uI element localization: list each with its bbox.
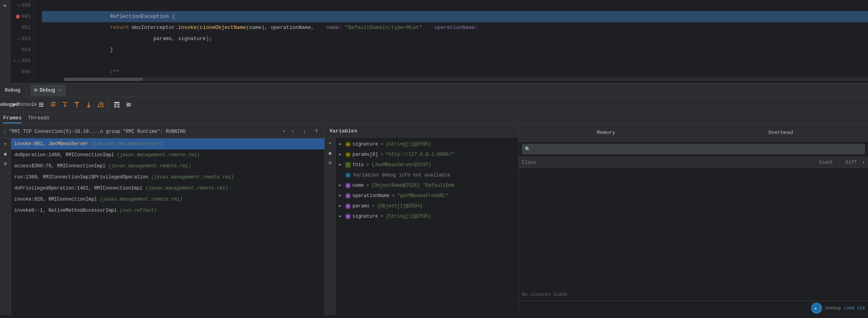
line-801: 801 (13, 11, 30, 22)
run-to-cursor-btn[interactable] (83, 99, 94, 110)
var-name-5: params (352, 201, 369, 211)
frame-item-1[interactable]: doOperation:1468, RMIConnectionImpl (jav… (11, 149, 324, 161)
evaluate-icon (97, 101, 104, 108)
frame-loc-5: invoke:829, RMIConnectionImpl (14, 197, 100, 202)
col-diff: Diff (833, 160, 857, 165)
horizontal-scrollbar[interactable] (64, 78, 868, 81)
var-eq-4: = (392, 191, 395, 201)
frame-class-4: (javax.management.remote.rmi) (145, 186, 228, 191)
var-item-signature2[interactable]: ▶ p signature = {String[1]@2595} (336, 211, 518, 222)
console-btn[interactable]: ▶ Console (19, 99, 30, 110)
var-item-params[interactable]: ▶ p params = {Object[1]@2594} (336, 201, 518, 211)
frame-item-5[interactable]: invoke:829, RMIConnectionImpl (javax.man… (11, 194, 324, 205)
code-line-800: ReflectionException { (42, 0, 868, 11)
side-icon-1[interactable]: ≡ (1, 2, 10, 10)
expand-signature[interactable]: ▶ (339, 139, 344, 149)
var-gutter-add[interactable]: + (326, 139, 335, 148)
frame-class-2: (javax.management.remote.rmi) (108, 163, 191, 169)
thread-selector[interactable]: ✓ "RMI TCP Connection(5)-10.10....n grou… (0, 125, 324, 138)
gutter-add-btn[interactable]: + (1, 140, 10, 149)
svg-point-28 (127, 102, 128, 104)
memory-tab-memory[interactable]: Memory (519, 125, 693, 141)
thread-dropdown-arrow[interactable]: ▾ (283, 128, 286, 134)
frame-item-4[interactable]: doPrivilegedOperation:1401, RMIConnectio… (11, 183, 324, 194)
frame-item-3[interactable]: run:1309, RMIConnectionImpl$PrivilegedOp… (11, 172, 324, 183)
step-over-btn[interactable] (48, 99, 59, 110)
svg-marker-7 (64, 105, 66, 107)
frame-loc-3: run:1309, RMIConnectionImpl$PrivilegedOp… (14, 174, 151, 180)
var-name-0: signature (352, 139, 378, 149)
svg-rect-9 (66, 102, 67, 103)
thread-filter-btn[interactable]: ⊤ (312, 127, 321, 136)
scrollbar-thumb[interactable] (64, 78, 143, 81)
evaluate-btn[interactable] (95, 99, 106, 110)
load-cla-link[interactable]: Load cla (844, 306, 865, 310)
var-item-name[interactable]: ▶ p name = {ObjectName@2526} "DefaultDom (336, 180, 518, 191)
debug-tab-debug[interactable]: ⊡ Debug ✕ (30, 85, 66, 96)
expand-name[interactable]: ▶ (339, 180, 344, 191)
frames-gutter: + ◉ ◎ (0, 138, 11, 315)
step-out-btn[interactable] (71, 99, 82, 110)
svg-rect-4 (51, 104, 55, 105)
step-into-btn[interactable] (59, 99, 70, 110)
frames-list-btn[interactable] (36, 99, 47, 110)
info-icon: i (345, 172, 351, 178)
var-name-1: params[0] (352, 149, 378, 160)
memory-search-area: 🔍 (519, 142, 868, 157)
var-value-0: {String[1]@2595} (386, 139, 431, 149)
var-eq-5: = (372, 201, 375, 211)
frame-item-6[interactable]: invoke0:-1, NativeMethodAccessorImpl (su… (11, 205, 324, 216)
toolbar-sep-3 (108, 101, 109, 109)
code-line-805: /** (42, 56, 868, 67)
line-803: ◇ 803 (13, 33, 30, 44)
gutter-eye-btn[interactable]: ◉ (1, 149, 10, 158)
svg-point-30 (127, 105, 129, 107)
memory-search-input[interactable] (522, 144, 865, 154)
var-gutter: + ◉ ◎ (325, 138, 336, 315)
seebug-logo-svg: S (813, 305, 820, 312)
memory-tab-overhead[interactable]: Overhead (693, 125, 868, 141)
var-gutter-eye[interactable]: ◉ (326, 149, 335, 157)
var-value-1: "http://127.0.0.1:8000/" (386, 149, 454, 160)
tab-frames[interactable]: Frames (3, 113, 22, 123)
badge-purple-3: p (345, 214, 351, 219)
svg-rect-12 (74, 102, 79, 103)
frames-with-gutter: + ◉ ◎ invoke:801, JmxMBeanServer (com.su… (0, 138, 324, 315)
expand-params[interactable]: ▶ (339, 201, 344, 211)
col-class: Class (522, 160, 801, 165)
var-item-this[interactable]: ▶ ≡ this = {JmxMBeanServer@2597} (336, 160, 518, 170)
expand-this[interactable]: ▶ (339, 160, 344, 170)
debug-tab-close[interactable]: ✕ (57, 88, 62, 93)
code-editor: ≡ ◇ 800 801 802 ◇ 803 804 ≡ ◇ 805 806 (0, 0, 868, 83)
expand-opname[interactable]: ▶ (339, 191, 344, 201)
expand-params0[interactable]: ▶ (339, 149, 344, 160)
table-icon (114, 102, 120, 108)
bookmark-803: ◇ (17, 33, 20, 44)
table-view-btn[interactable] (111, 99, 122, 110)
thread-down-btn[interactable]: ↓ (300, 127, 309, 136)
variables-header: Variables (325, 125, 518, 138)
var-value-2: {JmxMBeanServer@2597} (371, 160, 431, 170)
memory-content: No classes loade (519, 168, 868, 301)
thread-selector-text: "RMI TCP Connection(5)-10.10....n group … (9, 129, 280, 134)
search-icon: 🔍 (525, 146, 531, 152)
breakpoint-801[interactable] (16, 15, 20, 19)
var-eq-0: = (381, 139, 383, 149)
thread-up-btn[interactable]: ↑ (288, 127, 297, 136)
line-numbers: ◇ 800 801 802 ◇ 803 804 ≡ ◇ 805 806 (10, 0, 34, 83)
svg-rect-5 (51, 105, 55, 106)
bookmark-800: ◇ (17, 0, 20, 11)
var-item-opname[interactable]: ▶ p operationName = "getMBeansFromURL" (336, 191, 518, 201)
gutter-glasses-btn[interactable]: ◎ (1, 159, 10, 168)
tab-threads[interactable]: Threads (28, 113, 50, 123)
var-item-signature[interactable]: ▶ ∞ signature = {String[1]@2595} (336, 139, 518, 149)
settings-btn[interactable] (123, 99, 134, 110)
frame-item-2[interactable]: access$300:76, RMIConnectionImpl (javax.… (11, 161, 324, 172)
var-item-params0[interactable]: ▶ ∞ params[0] = "http://127.0.0.1:8000/" (336, 149, 518, 160)
expand-sig2[interactable]: ▶ (339, 211, 344, 222)
frame-item-0[interactable]: invoke:801, JmxMBeanServer (com.sun.jmx.… (11, 138, 324, 149)
var-gutter-glasses[interactable]: ◎ (326, 158, 335, 167)
var-value-5: {Object[1]@2594} (377, 201, 423, 211)
var-eq-6: = (381, 211, 383, 222)
var-name-3: name (352, 180, 364, 191)
